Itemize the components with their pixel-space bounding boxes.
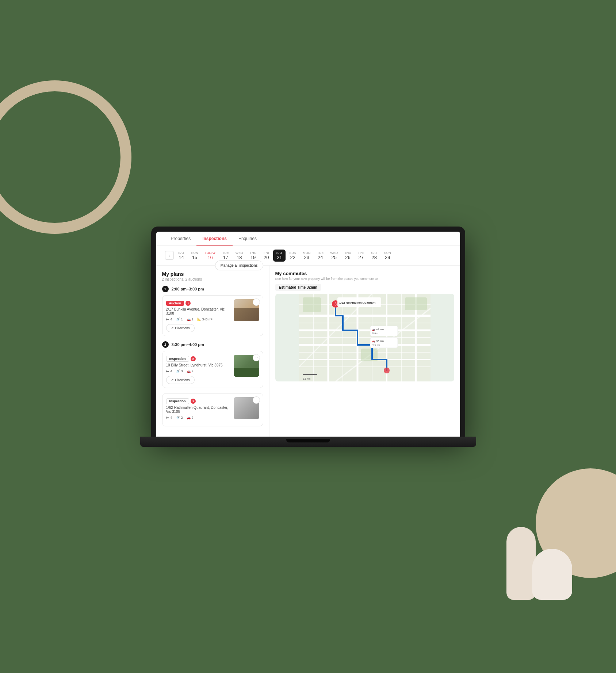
main-content: My plans Manage all inspections 2 inspec… bbox=[156, 266, 460, 437]
beds-feature-2: 🛏 4 bbox=[166, 369, 172, 373]
bath-icon-3: 🚿 bbox=[176, 416, 180, 419]
type-badge-auction-1: Auction bbox=[166, 301, 184, 306]
more-options-3[interactable]: ··· bbox=[253, 396, 260, 404]
property-address-2: 10 Billy Street, Lyndhurst, Vic 3975 bbox=[166, 363, 230, 367]
baths-count-1: 1 bbox=[181, 318, 183, 321]
directions-label-2: Directions bbox=[175, 378, 190, 382]
slot-number-1: 1 bbox=[162, 286, 169, 292]
svg-point-34 bbox=[384, 368, 390, 373]
bath-icon-2: 🚿 bbox=[176, 369, 180, 373]
more-options-1[interactable]: ··· bbox=[253, 299, 260, 306]
right-panel: My commutes See how far your new propert… bbox=[269, 266, 460, 437]
property-features-3: 🛏 4 🚿 2 🚗 bbox=[166, 416, 230, 419]
svg-text:1/62 Rathmullen Quadrant: 1/62 Rathmullen Quadrant bbox=[339, 301, 375, 304]
cal-day-22[interactable]: Sun22 bbox=[286, 250, 299, 262]
badge-number-3: 3 bbox=[191, 399, 196, 404]
laptop-base bbox=[140, 437, 476, 447]
cars-feature-2: 🚗 2 bbox=[187, 369, 194, 373]
property-card-3: Inspection 3 1/62 Rathmullen Quadrant, D… bbox=[162, 393, 263, 426]
property-card-1: Auction 1 2/17 Bunklla Avenue, Doncaster… bbox=[162, 295, 263, 336]
svg-text:3: 3 bbox=[334, 302, 337, 306]
property-address-1: 2/17 Bunklla Avenue, Doncaster, Vic 3108 bbox=[166, 307, 230, 315]
top-nav: Properties Inspections Enquiries bbox=[156, 232, 460, 246]
auction-label-1: Auction bbox=[169, 301, 181, 305]
property-card-2-inner: Inspection 2 10 Billy Street, Lyndhurst,… bbox=[166, 355, 259, 384]
slot-time-2: 3:30 pm–4:00 pm bbox=[172, 342, 204, 347]
manage-inspections-button[interactable]: Manage all inspections bbox=[215, 261, 263, 270]
cal-day-17[interactable]: Tue17 bbox=[219, 250, 232, 262]
cal-day-21[interactable]: Sat21 bbox=[273, 250, 286, 262]
directions-icon-2: ↗ bbox=[171, 378, 174, 382]
car-icon-2: 🚗 bbox=[187, 369, 191, 373]
area-value-1: 345 m² bbox=[202, 318, 213, 321]
svg-text:40.2 km: 40.2 km bbox=[372, 344, 380, 346]
badge-number-1: 1 bbox=[185, 301, 191, 306]
cal-day-16[interactable]: Today16 bbox=[202, 250, 219, 262]
type-badge-inspection-2: Inspection bbox=[166, 356, 189, 362]
cal-day-24[interactable]: Tue24 bbox=[314, 250, 326, 262]
decorative-vase-short bbox=[532, 549, 572, 600]
commutes-title: My commutes bbox=[275, 271, 454, 276]
cal-day-18[interactable]: Wed18 bbox=[233, 250, 246, 262]
cal-day-19[interactable]: Thu19 bbox=[247, 250, 260, 262]
beds-feature-1: 🛏 4 bbox=[166, 318, 172, 321]
svg-rect-21 bbox=[303, 297, 321, 312]
bed-icon-3: 🛏 bbox=[166, 416, 169, 419]
cal-day-23[interactable]: Mon23 bbox=[300, 250, 313, 262]
svg-rect-28 bbox=[370, 326, 398, 336]
svg-text:38 km: 38 km bbox=[372, 332, 378, 334]
more-options-2[interactable]: ··· bbox=[253, 354, 260, 361]
tab-properties[interactable]: Properties bbox=[165, 232, 197, 246]
cal-day-15[interactable]: Sun15 bbox=[188, 250, 201, 262]
baths-feature-3: 🚿 2 bbox=[176, 416, 183, 419]
bed-icon-2: 🛏 bbox=[166, 369, 169, 373]
cars-feature-3: 🚗 2 bbox=[187, 416, 194, 419]
directions-icon-1: ↗ bbox=[171, 326, 174, 330]
cars-count-3: 2 bbox=[192, 416, 194, 419]
time-slot-1: 1 2:00 pm–3:00 pm Auction bbox=[162, 286, 263, 336]
area-icon-1: 📐 bbox=[197, 318, 201, 321]
beds-count-3: 4 bbox=[171, 416, 172, 419]
property-address-3: 1/62 Rathmullen Quadrant, Doncaster, Vic… bbox=[166, 406, 230, 414]
cal-day-27[interactable]: Fri27 bbox=[355, 250, 367, 262]
cars-feature-1: 🚗 2 bbox=[187, 318, 194, 321]
cal-day-14[interactable]: Sat14 bbox=[175, 250, 188, 262]
baths-feature-1: 🚿 1 bbox=[176, 318, 183, 321]
svg-rect-35 bbox=[303, 374, 317, 375]
decorative-bowl-left bbox=[0, 80, 131, 234]
bed-icon-1: 🛏 bbox=[166, 318, 169, 321]
property-info-1: Auction 1 2/17 Bunklla Avenue, Doncaster… bbox=[166, 299, 230, 332]
directions-button-1[interactable]: ↗ Directions bbox=[166, 324, 195, 332]
cars-count-1: 2 bbox=[192, 318, 194, 321]
map-container: 3 1/62 Rathmullen Quadrant 🚗 46 min 38 k… bbox=[275, 294, 454, 381]
commutes-subtitle: See how far your new property will be fr… bbox=[275, 277, 454, 281]
beds-feature-3: 🛏 4 bbox=[166, 416, 172, 419]
calendar-days-container: Sat14Sun15Today16Tue17Wed18Thu19Fri20Sat… bbox=[175, 250, 394, 262]
slot-number-2: 2 bbox=[162, 341, 169, 348]
cal-day-29[interactable]: Sun29 bbox=[381, 250, 394, 262]
calendar-prev-button[interactable]: ‹ bbox=[165, 251, 174, 260]
cal-day-26[interactable]: Thu26 bbox=[341, 250, 354, 262]
cal-day-25[interactable]: Wed25 bbox=[327, 250, 341, 262]
property-features-1: 🛏 4 🚿 1 🚗 bbox=[166, 318, 230, 321]
property-features-2: 🛏 4 🚿 3 🚗 bbox=[166, 369, 230, 373]
property-card-3-inner: Inspection 3 1/62 Rathmullen Quadrant, D… bbox=[166, 397, 259, 422]
directions-button-2[interactable]: ↗ Directions bbox=[166, 376, 195, 384]
property-info-3: Inspection 3 1/62 Rathmullen Quadrant, D… bbox=[166, 397, 230, 422]
baths-feature-2: 🚿 3 bbox=[176, 369, 183, 373]
property-card-1-inner: Auction 1 2/17 Bunklla Avenue, Doncaster… bbox=[166, 299, 259, 332]
tab-inspections[interactable]: Inspections bbox=[196, 232, 233, 246]
beds-count-2: 4 bbox=[171, 369, 172, 373]
bath-icon-1: 🚿 bbox=[176, 318, 180, 321]
left-panel: My plans Manage all inspections 2 inspec… bbox=[156, 266, 269, 437]
cal-day-28[interactable]: Sat28 bbox=[368, 250, 380, 262]
estimated-time-badge: Estimated Time 32min bbox=[275, 284, 321, 291]
inspection-label-2: Inspection bbox=[169, 357, 186, 361]
map-svg: 3 1/62 Rathmullen Quadrant 🚗 46 min 38 k… bbox=[275, 294, 454, 381]
cal-day-20[interactable]: Fri20 bbox=[260, 250, 272, 262]
calendar-strip: ‹ Sat14Sun15Today16Tue17Wed18Thu19Fri20S… bbox=[156, 246, 460, 266]
laptop-screen-outer: Properties Inspections Enquiries ‹ Sat14… bbox=[151, 227, 465, 437]
tab-enquiries[interactable]: Enquiries bbox=[233, 232, 263, 246]
inspection-label-3: Inspection bbox=[169, 399, 186, 403]
svg-text:1.1 km: 1.1 km bbox=[303, 377, 310, 380]
